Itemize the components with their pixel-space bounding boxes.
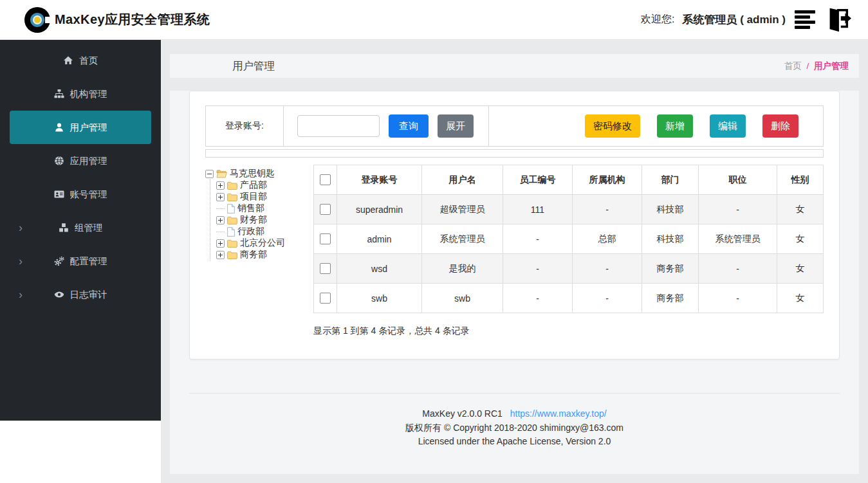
table-row[interactable]: superadmin 超级管理员 111 - 科技部 - 女 [314, 195, 824, 224]
breadcrumb-bar: 用户管理 首页 / 用户管理 [170, 54, 859, 78]
sidebar-item-user-management[interactable]: 用户管理 [10, 111, 151, 144]
column-header: 所属机构 [573, 165, 642, 195]
tree-node[interactable]: 商务部 [216, 249, 313, 260]
column-header: 职位 [699, 165, 777, 195]
tree-node[interactable]: 北京分公司 [216, 237, 313, 249]
query-button[interactable]: 查询 [389, 114, 429, 138]
sidebar-item-label: 机构管理 [70, 88, 107, 100]
tree-collapse-toggle[interactable] [205, 170, 214, 178]
breadcrumb-current: 用户管理 [814, 61, 849, 71]
add-button[interactable]: 新增 [657, 114, 693, 138]
menu-list-icon[interactable] [793, 9, 817, 30]
tree-node-label[interactable]: 项目部 [240, 191, 267, 203]
user-icon [54, 122, 64, 132]
table-row[interactable]: swb swb - - 商务部 - 女 [314, 284, 824, 313]
page-footer: MaxKey v2.0.0 RC1 https://www.maxkey.top… [170, 407, 859, 449]
search-input[interactable] [297, 115, 380, 137]
page-title: 用户管理 [170, 59, 275, 73]
cell-department: 科技部 [642, 224, 699, 254]
tree-expand-toggle[interactable] [216, 181, 225, 190]
sidebar-item-label: 用户管理 [70, 122, 107, 134]
tree-node-label[interactable]: 马克思钥匙 [230, 168, 275, 179]
cell-gender: 女 [777, 224, 824, 254]
footer-copyright: 版权所有 © Copyright 2018-2020 shimingxy@163… [170, 421, 859, 435]
tree-node[interactable]: 行政部 [216, 226, 313, 237]
org-tree: 马克思钥匙 产品部 项目部 [205, 165, 313, 337]
folder-open-icon [216, 169, 227, 178]
cell-gender: 女 [777, 284, 824, 313]
search-form: 登录账号: 查询 展开 密码修改 新增 编辑 删除 [205, 105, 824, 147]
table-row[interactable]: admin 系统管理员 - 总部 科技部 系统管理员 女 [314, 224, 824, 254]
cell-organization: - [573, 195, 642, 224]
tree-node-label[interactable]: 财务部 [240, 214, 267, 226]
cell-employee-id: - [503, 224, 573, 254]
table-row[interactable]: wsd 是我的 - - 商务部 - 女 [314, 254, 824, 284]
chevron-right-icon: › [19, 255, 23, 267]
folder-icon [227, 193, 237, 201]
select-all-checkbox[interactable] [320, 174, 331, 185]
cell-organization: - [573, 284, 642, 313]
delete-button[interactable]: 删除 [762, 114, 799, 138]
tree-node-label[interactable]: 产品部 [240, 179, 267, 191]
sidebar-item-label: 账号管理 [70, 188, 107, 201]
sidebar-item-label: 组管理 [75, 222, 103, 234]
main-content: 用户管理 首页 / 用户管理 登录账号: 查询 展开 密码修改 新增 编 [161, 40, 868, 483]
welcome-area: 欢迎您: 系统管理员 ( admin ) [641, 7, 851, 33]
sidebar-item-home[interactable]: 首页 [10, 44, 151, 77]
cell-username: 系统管理员 [422, 224, 503, 254]
column-header: 用户名 [422, 165, 503, 195]
cell-login-account: admin [337, 224, 422, 254]
cell-gender: 女 [777, 195, 824, 224]
tree-node-label[interactable]: 商务部 [240, 249, 267, 260]
tree-expand-toggle[interactable] [216, 216, 225, 224]
breadcrumb-home-link[interactable]: 首页 [784, 61, 802, 71]
tree-node[interactable]: 销售部 [216, 203, 313, 214]
tree-expand-toggle[interactable] [216, 251, 225, 259]
action-buttons: 密码修改 新增 编辑 删除 [489, 106, 823, 146]
sidebar-item-account-management[interactable]: 账号管理 [10, 178, 151, 211]
tree-expand-toggle[interactable] [216, 239, 225, 248]
row-checkbox[interactable] [320, 204, 331, 215]
column-header: 部门 [642, 165, 699, 195]
row-checkbox[interactable] [320, 263, 331, 274]
tree-connector [216, 208, 225, 209]
tree-node-label[interactable]: 销售部 [237, 203, 264, 214]
tree-expand-toggle[interactable] [216, 193, 225, 201]
chevron-right-icon: › [19, 222, 23, 233]
tree-node[interactable]: 财务部 [216, 214, 313, 226]
breadcrumb: 首页 / 用户管理 [784, 60, 859, 72]
logout-icon[interactable] [824, 7, 851, 33]
cell-login-account: wsd [337, 254, 422, 284]
sidebar-item-log-audit[interactable]: › 日志审计 [10, 278, 151, 311]
search-input-cell: 查询 展开 [284, 106, 489, 146]
sidebar-item-org-management[interactable]: 机构管理 [10, 77, 151, 111]
row-checkbox[interactable] [320, 293, 331, 304]
sidebar-item-config-management[interactable]: › 配置管理 [10, 244, 151, 278]
cell-position: - [699, 195, 777, 224]
content-wrapper: 登录账号: 查询 展开 密码修改 新增 编辑 删除 [170, 91, 859, 474]
cell-username: 超级管理员 [422, 195, 503, 224]
app-title: MaxKey应用安全管理系统 [55, 11, 210, 28]
tree-node-label[interactable]: 北京分公司 [240, 237, 285, 249]
tree-node-label[interactable]: 行政部 [237, 226, 264, 237]
app-header: MaxKey应用安全管理系统 欢迎您: 系统管理员 ( admin ) [0, 0, 868, 40]
cell-department: 商务部 [642, 254, 699, 284]
sidebar-item-group-management[interactable]: › 组管理 [10, 211, 151, 244]
footer-divider [189, 393, 840, 394]
footer-link[interactable]: https://www.maxkey.top/ [510, 408, 607, 419]
cell-department: 科技部 [642, 195, 699, 224]
expand-button[interactable]: 展开 [438, 114, 474, 138]
footer-product: MaxKey v2.0.0 RC1 [422, 408, 503, 419]
folder-icon [227, 181, 237, 190]
sidebar-item-app-management[interactable]: 应用管理 [10, 144, 151, 178]
tree-node-root[interactable]: 马克思钥匙 [205, 168, 313, 179]
welcome-label: 欢迎您: [641, 13, 674, 26]
folder-icon [227, 216, 237, 224]
cell-position: - [699, 254, 777, 284]
gears-icon [54, 256, 64, 266]
row-checkbox[interactable] [320, 233, 331, 244]
tree-node[interactable]: 项目部 [216, 191, 313, 203]
tree-node[interactable]: 产品部 [216, 179, 313, 191]
change-password-button[interactable]: 密码修改 [585, 114, 640, 138]
edit-button[interactable]: 编辑 [710, 114, 746, 138]
